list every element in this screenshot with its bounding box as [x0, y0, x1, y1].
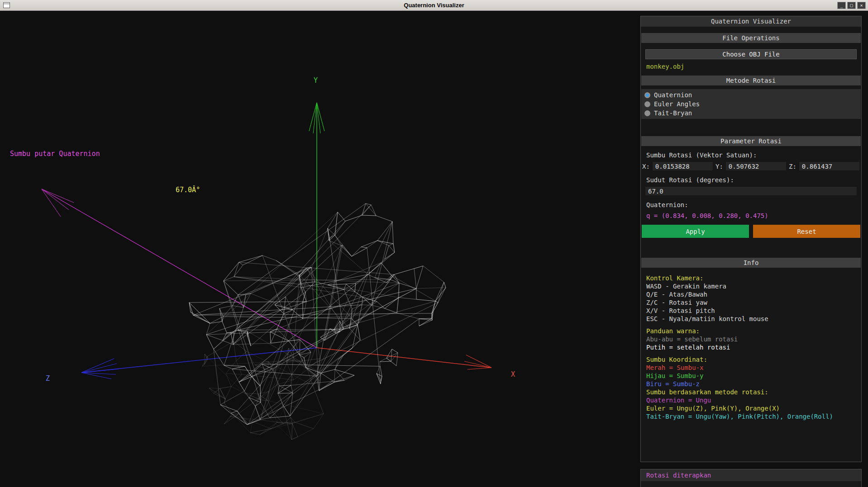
info-line: Sumbu berdasarkan metode rotasi:	[646, 388, 856, 396]
info-line: ESC - Nyala/matiin kontrol mouse	[646, 315, 856, 323]
maximize-button[interactable]: □	[847, 2, 856, 9]
radio-icon[interactable]	[644, 110, 650, 116]
angle-input[interactable]	[645, 186, 857, 196]
x-field-label: X:	[642, 163, 650, 170]
info-line: Euler = Ungu(Z), Pink(Y), Orange(X)	[646, 404, 856, 412]
control-panel: Quaternion Visualizer File Operations Ch…	[640, 16, 862, 462]
rotation-axis-label: Sumbu putar Quaternion	[10, 150, 100, 158]
info-line: X/V - Rotasi pitch	[646, 307, 856, 315]
window-title: Quaternion Visualizer	[0, 2, 868, 9]
status-text: Rotasi diterapkan	[641, 469, 861, 481]
minimize-button[interactable]: _	[837, 2, 846, 9]
info-list: Kontrol Kamera:WASD - Gerakin kameraQ/E …	[646, 274, 856, 421]
quaternion-label: Quaternion:	[646, 201, 856, 208]
apply-button[interactable]: Apply	[642, 225, 749, 238]
radio-label: Quaternion	[654, 91, 692, 99]
info-line: Abu-abu = sebelum rotasi	[646, 335, 856, 343]
section-metode-rotasi[interactable]: Metode Rotasi	[641, 76, 861, 85]
info-line: Kontrol Kamera:	[646, 274, 856, 282]
obj-filename: monkey.obj	[646, 63, 856, 70]
status-window: Rotasi diterapkan	[640, 469, 862, 487]
radio-euler-angles[interactable]: Euler Angles	[644, 99, 858, 109]
radio-label: Euler Angles	[654, 100, 700, 108]
close-button[interactable]: ✕	[857, 2, 866, 9]
info-line: WASD - Gerakin kamera	[646, 282, 856, 290]
radio-icon[interactable]	[644, 92, 650, 98]
info-line: Hijau = Sumbu-y	[646, 372, 856, 380]
info-gap	[646, 323, 856, 327]
window-titlebar: Quaternion Visualizer _ □ ✕	[0, 0, 868, 11]
info-line: Q/E - Atas/Bawah	[646, 290, 856, 298]
panel-title[interactable]: Quaternion Visualizer	[641, 16, 861, 27]
info-line: Panduan warna:	[646, 327, 856, 335]
reset-button[interactable]: Reset	[753, 225, 860, 238]
z-input[interactable]	[799, 161, 860, 171]
info-line: Tait-Bryan = Ungu(Yaw), Pink(Pitch), Ora…	[646, 412, 856, 421]
z-field-label: Z:	[789, 163, 796, 170]
info-line: Sumbu Koordinat:	[646, 355, 856, 364]
section-info[interactable]: Info	[641, 258, 861, 268]
rotation-method-list: QuaternionEuler AnglesTait-Bryan	[641, 89, 861, 119]
rotation-angle-label: 67.0Â°	[176, 186, 200, 194]
info-line: Quaternion = Ungu	[646, 396, 856, 404]
y-axis-label: Y	[314, 76, 318, 85]
axis-vector-label: Sumbu Rotasi (Vektor Satuan):	[646, 151, 856, 159]
info-line: Putih = setelah rotasi	[646, 343, 856, 351]
info-line: Merah = Sumbu-x	[646, 364, 856, 372]
quaternion-value: q = (0.834, 0.008, 0.280, 0.475)	[646, 212, 856, 219]
radio-tait-bryan[interactable]: Tait-Bryan	[644, 109, 858, 118]
x-axis-label: X	[511, 370, 515, 378]
choose-obj-file-button[interactable]: Choose OBJ File	[645, 49, 857, 59]
angle-label: Sudut Rotasi (degrees):	[646, 176, 856, 184]
radio-label: Tait-Bryan	[654, 109, 692, 117]
radio-quaternion[interactable]: Quaternion	[644, 90, 858, 99]
axis-vector-inputs: X: Y: Z:	[642, 161, 860, 171]
section-file-operations[interactable]: File Operations	[641, 33, 861, 43]
z-axis-label: Z	[46, 374, 50, 383]
x-input[interactable]	[652, 161, 713, 171]
section-parameter-rotasi[interactable]: Parameter Rotasi	[641, 136, 861, 146]
y-field-label: Y:	[715, 163, 723, 170]
action-buttons: Apply Reset	[642, 225, 860, 238]
info-line: Biru = Sumbu-z	[646, 380, 856, 388]
radio-icon[interactable]	[644, 101, 650, 107]
window-controls: _ □ ✕	[837, 2, 866, 9]
info-line: Z/C - Rotasi yaw	[646, 298, 856, 307]
info-gap	[646, 351, 856, 355]
y-input[interactable]	[725, 161, 787, 171]
